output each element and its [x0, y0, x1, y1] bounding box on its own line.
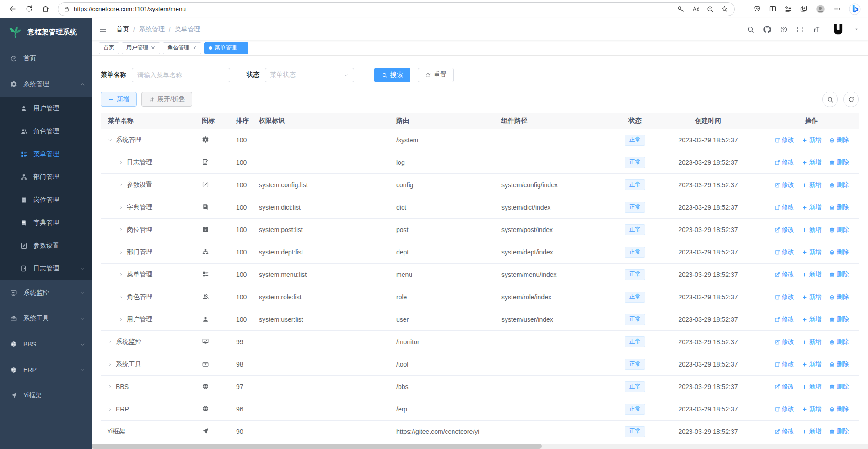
delete-action[interactable]: 删除	[829, 293, 849, 301]
add-action[interactable]: 新增	[802, 315, 822, 324]
add-action[interactable]: 新增	[802, 360, 822, 368]
profile-button[interactable]	[815, 4, 825, 14]
sidebar-item-monitor[interactable]: 系统监控	[0, 280, 92, 306]
sidebar-item-erp[interactable]: ERP	[0, 357, 92, 383]
collections-button[interactable]	[784, 5, 792, 13]
tab-home[interactable]: 首页	[99, 42, 119, 54]
sidebar-item-config[interactable]: 参数设置	[0, 234, 92, 257]
expand-toggle-icon[interactable]	[118, 227, 124, 233]
add-action[interactable]: 新增	[802, 248, 822, 256]
delete-action[interactable]: 删除	[829, 136, 849, 144]
read-aloud-button[interactable]	[691, 5, 700, 13]
add-action[interactable]: 新增	[802, 405, 822, 413]
delete-action[interactable]: 删除	[829, 181, 849, 189]
question-button[interactable]	[780, 26, 787, 33]
status-select[interactable]: 菜单状态	[265, 68, 354, 82]
expand-toggle-icon[interactable]	[107, 137, 113, 143]
delete-action[interactable]: 删除	[829, 405, 849, 413]
scrollbar-thumb[interactable]	[92, 444, 542, 449]
sidebar-item-yi[interactable]: Yi框架	[0, 383, 92, 408]
browser-back-button[interactable]	[5, 1, 20, 17]
tab-menu[interactable]: 菜单管理	[204, 42, 248, 54]
add-action[interactable]: 新增	[802, 270, 822, 279]
add-action[interactable]: 新增	[802, 293, 822, 301]
delete-action[interactable]: 删除	[829, 383, 849, 391]
add-action[interactable]: 新增	[802, 136, 822, 144]
browser-reload-button[interactable]	[21, 1, 37, 17]
search-button[interactable]: 搜索	[374, 68, 410, 82]
add-action[interactable]: 新增	[802, 427, 822, 436]
tab-role[interactable]: 角色管理	[163, 42, 201, 54]
edit-action[interactable]: 修改	[774, 270, 794, 279]
sidebar-item-home[interactable]: 首页	[0, 46, 92, 71]
add-action[interactable]: 新增	[802, 181, 822, 189]
delete-action[interactable]: 删除	[829, 427, 849, 436]
edit-action[interactable]: 修改	[774, 203, 794, 211]
delete-action[interactable]: 删除	[829, 248, 849, 256]
expand-toggle-icon[interactable]	[118, 317, 124, 322]
delete-action[interactable]: 删除	[829, 226, 849, 234]
split-screen-button[interactable]	[769, 5, 776, 13]
tab-close-icon[interactable]	[239, 45, 244, 50]
key-button[interactable]	[677, 5, 685, 13]
bing-button[interactable]	[849, 3, 861, 15]
add-action[interactable]: 新增	[802, 226, 822, 234]
expand-toggle-icon[interactable]	[107, 384, 113, 389]
edit-action[interactable]: 修改	[774, 315, 794, 324]
avatar-caret-icon[interactable]	[854, 27, 859, 32]
tab-close-icon[interactable]	[151, 45, 156, 50]
expand-collapse-button[interactable]: 展开/折叠	[141, 92, 192, 107]
delete-action[interactable]: 删除	[829, 158, 849, 167]
tab-close-icon[interactable]	[192, 45, 197, 50]
table-search-button[interactable]	[822, 92, 838, 107]
edit-action[interactable]: 修改	[774, 293, 794, 301]
sidebar-item-user[interactable]: 用户管理	[0, 97, 92, 120]
sidebar-item-dict[interactable]: 字典管理	[0, 211, 92, 234]
delete-action[interactable]: 删除	[829, 203, 849, 211]
tabs-button[interactable]	[800, 5, 808, 13]
edit-action[interactable]: 修改	[774, 405, 794, 413]
delete-action[interactable]: 删除	[829, 315, 849, 324]
expand-toggle-icon[interactable]	[118, 272, 124, 277]
url-text[interactable]: https://ccnetcore.com:1101/system/menu	[74, 5, 670, 12]
sidebar-item-bbs[interactable]: BBS	[0, 331, 92, 357]
expand-toggle-icon[interactable]	[118, 182, 124, 188]
delete-action[interactable]: 删除	[829, 338, 849, 346]
user-avatar-logo[interactable]	[832, 22, 846, 36]
add-action[interactable]: 新增	[802, 158, 822, 167]
search-button[interactable]	[747, 26, 755, 33]
address-bar[interactable]: https://ccnetcore.com:1101/system/menu	[58, 2, 735, 16]
horizontal-scrollbar[interactable]	[92, 444, 868, 449]
edit-action[interactable]: 修改	[774, 226, 794, 234]
zoom-out-button[interactable]	[706, 5, 714, 13]
table-refresh-button[interactable]	[843, 92, 859, 107]
menu-name-input[interactable]	[132, 68, 230, 82]
add-button[interactable]: 新增	[101, 92, 137, 107]
edit-action[interactable]: 修改	[774, 248, 794, 256]
edit-action[interactable]: 修改	[774, 427, 794, 436]
breadcrumb-item[interactable]: 系统管理	[139, 25, 165, 33]
expand-toggle-icon[interactable]	[118, 249, 124, 255]
sidebar-item-menu[interactable]: 菜单管理	[0, 143, 92, 166]
app-logo-row[interactable]: 意框架管理系统	[0, 18, 92, 46]
edit-action[interactable]: 修改	[774, 136, 794, 144]
sidebar-toggle-button[interactable]	[92, 18, 114, 40]
font-size-button[interactable]	[813, 26, 820, 33]
github-button[interactable]	[763, 26, 771, 33]
edit-action[interactable]: 修改	[774, 158, 794, 167]
reset-button[interactable]: 重置	[418, 68, 454, 82]
sidebar-item-role[interactable]: 角色管理	[0, 120, 92, 143]
delete-action[interactable]: 删除	[829, 270, 849, 279]
sidebar-item-post[interactable]: 岗位管理	[0, 189, 92, 211]
tab-user[interactable]: 用户管理	[122, 42, 160, 54]
edit-action[interactable]: 修改	[774, 338, 794, 346]
expand-toggle-icon[interactable]	[118, 160, 124, 165]
expand-toggle-icon[interactable]	[107, 339, 113, 345]
expand-toggle-icon[interactable]	[107, 362, 113, 367]
add-action[interactable]: 新增	[802, 383, 822, 391]
browser-home-button[interactable]	[38, 1, 53, 17]
add-action[interactable]: 新增	[802, 338, 822, 346]
expand-toggle-icon[interactable]	[107, 406, 113, 412]
delete-action[interactable]: 删除	[829, 360, 849, 368]
sidebar-item-dept[interactable]: 部门管理	[0, 166, 92, 189]
